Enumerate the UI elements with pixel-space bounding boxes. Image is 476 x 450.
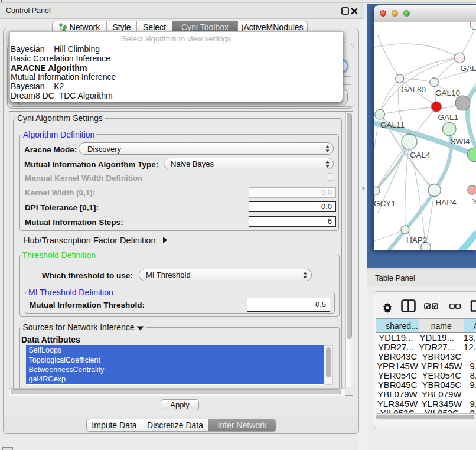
svg-text:HAP4: HAP4 bbox=[436, 198, 457, 207]
svg-text:GCY1: GCY1 bbox=[374, 199, 396, 208]
svg-text:GAL1: GAL1 bbox=[438, 113, 459, 122]
svg-text:GAL80: GAL80 bbox=[401, 85, 426, 94]
svg-text:HAP2: HAP2 bbox=[406, 236, 427, 244]
svg-text:GAL4: GAL4 bbox=[410, 151, 431, 159]
svg-text:GAL7: GAL7 bbox=[461, 64, 476, 73]
svg-text:SWI4: SWI4 bbox=[451, 137, 470, 146]
svg-text:YL: YL bbox=[472, 197, 476, 206]
svg-text:GAL10: GAL10 bbox=[435, 89, 460, 97]
svg-text:GAL11: GAL11 bbox=[380, 120, 405, 129]
